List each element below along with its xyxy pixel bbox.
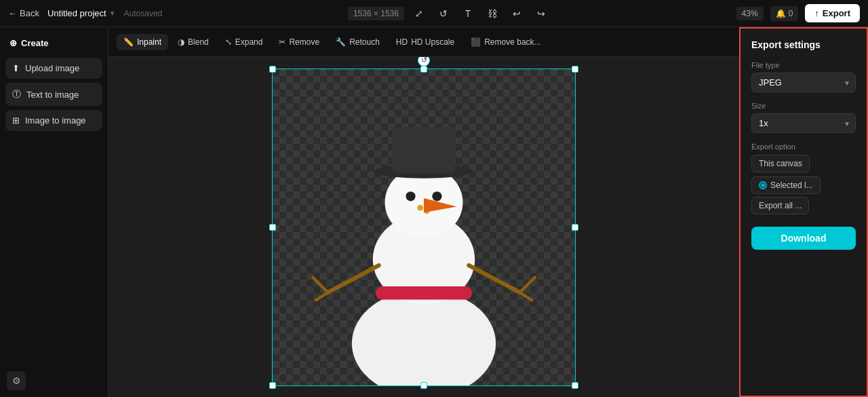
- upscale-icon: HD: [396, 37, 408, 47]
- export-all-button[interactable]: Export all ...: [751, 197, 809, 214]
- export-option-buttons: This canvas Selected l...: [751, 155, 856, 194]
- back-button[interactable]: ← Back: [8, 8, 39, 18]
- topbar: ← Back Untitled project ▼ Autosaved 1536…: [0, 0, 868, 27]
- size-select[interactable]: 1x 2x 4x: [751, 113, 856, 133]
- retouch-button[interactable]: 🔧 Retouch: [329, 34, 387, 50]
- resize-handle-tl[interactable]: [269, 66, 276, 73]
- refresh-icon[interactable]: ↺: [434, 4, 453, 23]
- file-type-select-wrapper: JPEG PNG WEBP ▼: [751, 73, 856, 92]
- size-section: Size 1x 2x 4x ▼: [751, 102, 856, 133]
- topbar-center: 1536 × 1536 ⤢ ↺ T ⛓ ↩ ↪: [348, 4, 551, 23]
- svg-rect-2: [376, 286, 472, 299]
- canvas-area: ✏️ Inpaint ◑ Blend ⤡ Expand ✂ Remove 🔧 R…: [108, 27, 739, 397]
- blend-label: Blend: [188, 37, 209, 47]
- remove-icon: ✂: [279, 37, 285, 47]
- resize-handle-tr[interactable]: [572, 66, 578, 73]
- text-image-icon: Ⓣ: [12, 88, 21, 100]
- text-to-image-label: Text to image: [26, 90, 79, 100]
- remove-button[interactable]: ✂ Remove: [272, 34, 326, 50]
- radio-dot: [759, 181, 767, 189]
- redo-icon[interactable]: ↪: [532, 4, 551, 23]
- inpaint-button[interactable]: ✏️ Inpaint: [117, 34, 168, 50]
- back-arrow-icon: ←: [8, 8, 17, 18]
- resize-handle-br[interactable]: [572, 382, 578, 389]
- export-option-section: Export option This canvas Selected l... …: [751, 143, 856, 214]
- file-type-label: File type: [751, 61, 856, 69]
- svg-rect-5: [393, 127, 455, 172]
- notification-button[interactable]: 🔔 0: [770, 6, 799, 21]
- text-icon[interactable]: T: [458, 4, 477, 23]
- resize-handle-bc[interactable]: [420, 382, 427, 389]
- this-canvas-label: This canvas: [759, 159, 802, 168]
- image-canvas[interactable]: ↺: [272, 69, 576, 386]
- sidebar-header: ⊕ Create: [5, 35, 102, 54]
- fullscreen-icon[interactable]: ⤢: [410, 4, 429, 23]
- export-icon: ↑: [814, 8, 819, 18]
- sidebar-item-text-to-image[interactable]: Ⓣ Text to image: [5, 83, 102, 106]
- retouch-label: Retouch: [349, 37, 380, 47]
- svg-point-6: [406, 191, 415, 201]
- remove-bg-icon: ⬛: [471, 37, 481, 47]
- link-icon[interactable]: ⛓: [483, 4, 502, 23]
- snowman-image: [273, 69, 575, 385]
- export-option-label: Export option: [751, 143, 856, 151]
- svg-line-12: [313, 277, 328, 292]
- topbar-tools: ⤢ ↺ T ⛓ ↩ ↪: [410, 4, 551, 23]
- upload-image-label: Upload image: [25, 63, 79, 73]
- remove-label: Remove: [289, 37, 319, 47]
- svg-line-11: [328, 265, 378, 292]
- settings-button[interactable]: ⚙: [7, 371, 26, 390]
- zoom-level: 43%: [736, 7, 764, 20]
- project-name-text: Untitled project: [47, 8, 106, 18]
- topbar-left: ← Back Untitled project ▼ Autosaved: [8, 8, 162, 18]
- create-icon: ⊕: [9, 38, 17, 48]
- main: ⊕ Create ⬆ Upload image Ⓣ Text to image …: [0, 27, 868, 397]
- resize-handle-ml[interactable]: [269, 224, 276, 231]
- export-all-label: Export all ...: [759, 201, 802, 210]
- size-select-wrapper: 1x 2x 4x ▼: [751, 113, 856, 133]
- inpaint-icon: ✏️: [123, 37, 134, 47]
- back-label: Back: [20, 8, 39, 18]
- export-button[interactable]: ↑ Export: [805, 4, 860, 22]
- sidebar: ⊕ Create ⬆ Upload image Ⓣ Text to image …: [0, 27, 108, 397]
- resize-handle-mr[interactable]: [572, 224, 578, 231]
- export-panel: Export settings File type JPEG PNG WEBP …: [739, 27, 868, 397]
- selected-layer-label: Selected l...: [770, 181, 813, 190]
- chevron-down-icon: ▼: [109, 10, 116, 17]
- inpaint-label: Inpaint: [137, 37, 161, 47]
- remove-back-label: Remove back...: [484, 37, 540, 47]
- undo-icon[interactable]: ↩: [507, 4, 526, 23]
- sidebar-item-image-to-image[interactable]: ⊞ Image to image: [5, 110, 102, 131]
- selected-layer-button[interactable]: Selected l...: [751, 176, 821, 194]
- export-label: Export: [823, 8, 850, 18]
- expand-button[interactable]: ⤡ Expand: [218, 34, 270, 50]
- svg-point-8: [417, 204, 423, 210]
- snowman-svg: [295, 73, 553, 385]
- rotate-handle[interactable]: ↺: [418, 57, 430, 67]
- image-image-icon: ⊞: [12, 115, 20, 126]
- settings-icon: ⚙: [12, 375, 21, 386]
- expand-icon: ⤡: [225, 37, 232, 47]
- blend-icon: ◑: [178, 37, 184, 47]
- toolbar: ✏️ Inpaint ◑ Blend ⤡ Expand ✂ Remove 🔧 R…: [108, 27, 739, 57]
- svg-line-14: [469, 265, 519, 292]
- blend-button[interactable]: ◑ Blend: [171, 34, 216, 50]
- remove-background-button[interactable]: ⬛ Remove back...: [464, 34, 547, 50]
- notif-count: 0: [789, 9, 793, 18]
- canvas-container[interactable]: ↺: [108, 57, 739, 397]
- project-name[interactable]: Untitled project ▼: [47, 8, 116, 18]
- svg-line-16: [520, 292, 532, 300]
- upscale-label: HD Upscale: [411, 37, 454, 47]
- file-type-select[interactable]: JPEG PNG WEBP: [751, 73, 856, 92]
- resize-handle-bl[interactable]: [269, 382, 276, 389]
- sidebar-item-upload-image[interactable]: ⬆ Upload image: [5, 58, 102, 79]
- download-button[interactable]: Download: [751, 227, 856, 250]
- this-canvas-button[interactable]: This canvas: [751, 155, 810, 172]
- sidebar-header-label: Create: [21, 38, 48, 48]
- upscale-button[interactable]: HD HD Upscale: [389, 34, 461, 50]
- canvas-size: 1536 × 1536: [348, 7, 404, 20]
- download-label: Download: [781, 233, 827, 244]
- resize-handle-tc[interactable]: [420, 66, 427, 73]
- size-label: Size: [751, 102, 856, 110]
- autosaved-label: Autosaved: [124, 9, 163, 18]
